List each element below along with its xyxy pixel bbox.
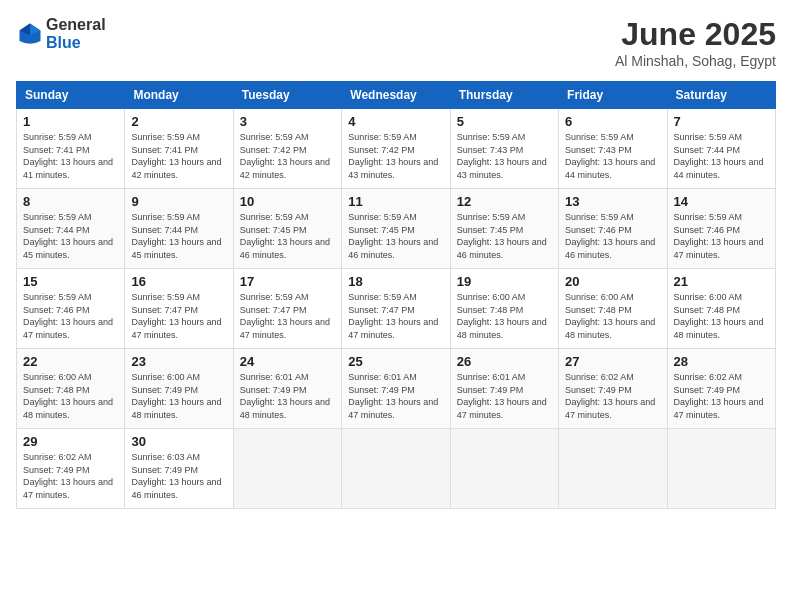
day-cell-26: 26 Sunrise: 6:01 AM Sunset: 7:49 PM Dayl… [450,349,558,429]
day-info: Sunrise: 5:59 AM Sunset: 7:44 PM Dayligh… [674,131,769,181]
day-cell-11: 11 Sunrise: 5:59 AM Sunset: 7:45 PM Dayl… [342,189,450,269]
day-number: 17 [240,274,335,289]
day-info: Sunrise: 6:01 AM Sunset: 7:49 PM Dayligh… [240,371,335,421]
day-info: Sunrise: 6:00 AM Sunset: 7:49 PM Dayligh… [131,371,226,421]
day-number: 23 [131,354,226,369]
calendar-title-area: June 2025 Al Minshah, Sohag, Egypt [615,16,776,69]
empty-cell [559,429,667,509]
day-info: Sunrise: 6:02 AM Sunset: 7:49 PM Dayligh… [674,371,769,421]
day-number: 8 [23,194,118,209]
day-number: 21 [674,274,769,289]
logo-general-text: General [46,16,106,33]
day-info: Sunrise: 6:02 AM Sunset: 7:49 PM Dayligh… [23,451,118,501]
day-cell-14: 14 Sunrise: 5:59 AM Sunset: 7:46 PM Dayl… [667,189,775,269]
day-info: Sunrise: 6:01 AM Sunset: 7:49 PM Dayligh… [457,371,552,421]
day-number: 11 [348,194,443,209]
day-info: Sunrise: 5:59 AM Sunset: 7:41 PM Dayligh… [23,131,118,181]
day-cell-13: 13 Sunrise: 5:59 AM Sunset: 7:46 PM Dayl… [559,189,667,269]
day-info: Sunrise: 5:59 AM Sunset: 7:42 PM Dayligh… [240,131,335,181]
location-subtitle: Al Minshah, Sohag, Egypt [615,53,776,69]
day-number: 6 [565,114,660,129]
day-info: Sunrise: 5:59 AM Sunset: 7:47 PM Dayligh… [348,291,443,341]
day-info: Sunrise: 5:59 AM Sunset: 7:47 PM Dayligh… [240,291,335,341]
day-number: 10 [240,194,335,209]
day-cell-20: 20 Sunrise: 6:00 AM Sunset: 7:48 PM Dayl… [559,269,667,349]
day-number: 15 [23,274,118,289]
day-number: 20 [565,274,660,289]
day-cell-27: 27 Sunrise: 6:02 AM Sunset: 7:49 PM Dayl… [559,349,667,429]
calendar-week-row: 1 Sunrise: 5:59 AM Sunset: 7:41 PM Dayli… [17,109,776,189]
day-info: Sunrise: 5:59 AM Sunset: 7:46 PM Dayligh… [565,211,660,261]
calendar-week-row: 8 Sunrise: 5:59 AM Sunset: 7:44 PM Dayli… [17,189,776,269]
calendar-week-row: 22 Sunrise: 6:00 AM Sunset: 7:48 PM Dayl… [17,349,776,429]
day-number: 12 [457,194,552,209]
day-cell-19: 19 Sunrise: 6:00 AM Sunset: 7:48 PM Dayl… [450,269,558,349]
day-info: Sunrise: 5:59 AM Sunset: 7:46 PM Dayligh… [674,211,769,261]
day-info: Sunrise: 5:59 AM Sunset: 7:41 PM Dayligh… [131,131,226,181]
empty-cell [233,429,341,509]
calendar-week-row: 15 Sunrise: 5:59 AM Sunset: 7:46 PM Dayl… [17,269,776,349]
day-cell-8: 8 Sunrise: 5:59 AM Sunset: 7:44 PM Dayli… [17,189,125,269]
day-cell-25: 25 Sunrise: 6:01 AM Sunset: 7:49 PM Dayl… [342,349,450,429]
weekday-header-wednesday: Wednesday [342,82,450,109]
day-info: Sunrise: 6:03 AM Sunset: 7:49 PM Dayligh… [131,451,226,501]
weekday-header-row: SundayMondayTuesdayWednesdayThursdayFrid… [17,82,776,109]
weekday-header-saturday: Saturday [667,82,775,109]
calendar-week-row: 29 Sunrise: 6:02 AM Sunset: 7:49 PM Dayl… [17,429,776,509]
day-number: 18 [348,274,443,289]
day-cell-1: 1 Sunrise: 5:59 AM Sunset: 7:41 PM Dayli… [17,109,125,189]
day-cell-2: 2 Sunrise: 5:59 AM Sunset: 7:41 PM Dayli… [125,109,233,189]
day-cell-4: 4 Sunrise: 5:59 AM Sunset: 7:42 PM Dayli… [342,109,450,189]
day-info: Sunrise: 6:00 AM Sunset: 7:48 PM Dayligh… [565,291,660,341]
day-info: Sunrise: 5:59 AM Sunset: 7:45 PM Dayligh… [348,211,443,261]
day-info: Sunrise: 5:59 AM Sunset: 7:42 PM Dayligh… [348,131,443,181]
day-cell-12: 12 Sunrise: 5:59 AM Sunset: 7:45 PM Dayl… [450,189,558,269]
day-number: 29 [23,434,118,449]
day-number: 13 [565,194,660,209]
empty-cell [342,429,450,509]
day-cell-15: 15 Sunrise: 5:59 AM Sunset: 7:46 PM Dayl… [17,269,125,349]
empty-cell [450,429,558,509]
day-cell-7: 7 Sunrise: 5:59 AM Sunset: 7:44 PM Dayli… [667,109,775,189]
day-number: 24 [240,354,335,369]
day-number: 16 [131,274,226,289]
day-cell-29: 29 Sunrise: 6:02 AM Sunset: 7:49 PM Dayl… [17,429,125,509]
weekday-header-sunday: Sunday [17,82,125,109]
day-number: 26 [457,354,552,369]
day-cell-18: 18 Sunrise: 5:59 AM Sunset: 7:47 PM Dayl… [342,269,450,349]
day-info: Sunrise: 6:02 AM Sunset: 7:49 PM Dayligh… [565,371,660,421]
day-info: Sunrise: 6:01 AM Sunset: 7:49 PM Dayligh… [348,371,443,421]
day-number: 3 [240,114,335,129]
day-cell-5: 5 Sunrise: 5:59 AM Sunset: 7:43 PM Dayli… [450,109,558,189]
empty-cell [667,429,775,509]
weekday-header-friday: Friday [559,82,667,109]
day-number: 25 [348,354,443,369]
day-info: Sunrise: 5:59 AM Sunset: 7:47 PM Dayligh… [131,291,226,341]
day-info: Sunrise: 6:00 AM Sunset: 7:48 PM Dayligh… [674,291,769,341]
day-info: Sunrise: 6:00 AM Sunset: 7:48 PM Dayligh… [23,371,118,421]
page-header: General Blue June 2025 Al Minshah, Sohag… [16,16,776,69]
logo-blue-text: Blue [46,34,81,51]
logo-icon [16,20,44,48]
day-number: 28 [674,354,769,369]
weekday-header-tuesday: Tuesday [233,82,341,109]
day-number: 14 [674,194,769,209]
day-number: 9 [131,194,226,209]
calendar-table: SundayMondayTuesdayWednesdayThursdayFrid… [16,81,776,509]
day-info: Sunrise: 5:59 AM Sunset: 7:45 PM Dayligh… [457,211,552,261]
day-cell-23: 23 Sunrise: 6:00 AM Sunset: 7:49 PM Dayl… [125,349,233,429]
day-cell-28: 28 Sunrise: 6:02 AM Sunset: 7:49 PM Dayl… [667,349,775,429]
day-cell-3: 3 Sunrise: 5:59 AM Sunset: 7:42 PM Dayli… [233,109,341,189]
day-number: 1 [23,114,118,129]
day-number: 19 [457,274,552,289]
day-info: Sunrise: 5:59 AM Sunset: 7:44 PM Dayligh… [23,211,118,261]
day-cell-9: 9 Sunrise: 5:59 AM Sunset: 7:44 PM Dayli… [125,189,233,269]
day-info: Sunrise: 5:59 AM Sunset: 7:43 PM Dayligh… [565,131,660,181]
weekday-header-monday: Monday [125,82,233,109]
day-cell-17: 17 Sunrise: 5:59 AM Sunset: 7:47 PM Dayl… [233,269,341,349]
day-number: 2 [131,114,226,129]
weekday-header-thursday: Thursday [450,82,558,109]
day-info: Sunrise: 5:59 AM Sunset: 7:44 PM Dayligh… [131,211,226,261]
day-number: 7 [674,114,769,129]
day-number: 5 [457,114,552,129]
